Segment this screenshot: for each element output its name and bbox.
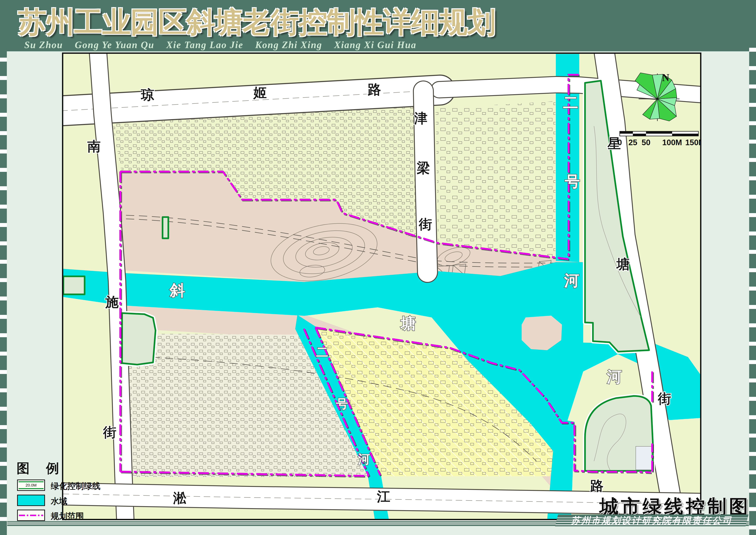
river-label: 斜: [169, 282, 185, 299]
map-canvas: 琼 姬 路 南 施 街 津 梁 街 星 塘 街 淞 江 路 斜 塘 河 二 号: [0, 0, 756, 535]
company-banner: 苏州市规划设计研究院有限责任公司: [555, 515, 748, 526]
road-label: 姬: [253, 85, 267, 100]
road-label: 江: [377, 489, 390, 504]
scale-tick: 100M: [662, 138, 682, 147]
page-subtitle-pinyin: Su Zhou Gong Ye Yuan Qu Xie Tang Lao Jie…: [24, 39, 417, 50]
river-label: 号: [336, 397, 348, 410]
green-zone-west: [122, 313, 155, 365]
river-label: 二: [563, 94, 578, 111]
legend-symbol-boundary: [17, 510, 45, 521]
road-label: 梁: [417, 160, 430, 176]
river-label: 河: [607, 368, 622, 385]
legend-dimension: 20.0M: [26, 483, 37, 488]
facility-parcel: [636, 446, 652, 470]
road-label: 塘: [616, 257, 630, 272]
road-label: 路: [367, 82, 381, 97]
road-label: 琼: [141, 87, 154, 102]
scale-tick: 0: [618, 138, 622, 147]
page-title: 苏州工业园区斜塘老街控制性详细规划: [18, 3, 495, 42]
river-label: 河: [564, 272, 579, 289]
road-label: 街: [658, 391, 671, 406]
legend-title: 图 例: [16, 460, 66, 477]
road-label: 街: [418, 217, 432, 232]
scale-tick: 50: [642, 138, 651, 147]
north-label: N: [662, 72, 669, 83]
housing-northeast-texture: [436, 101, 555, 258]
planning-map-page: 苏州工业园区斜塘老街控制性详细规划 Su Zhou Gong Ye Yuan Q…: [0, 0, 756, 535]
legend-label: 绿化控制绿线: [51, 481, 100, 492]
river-label: 河: [358, 452, 370, 466]
scale-tick: 150M: [685, 138, 705, 147]
road-label: 南: [87, 139, 101, 154]
green-zone-left-edge: [63, 276, 85, 294]
legend-label: 水域: [51, 496, 67, 507]
scale-tick: 25: [629, 138, 637, 147]
legend-label: 规划范围: [51, 511, 84, 522]
film-strip-right: [749, 33, 756, 535]
road-label: 淞: [173, 491, 186, 505]
river-label: 二: [316, 345, 328, 359]
title-band: 苏州工业园区斜塘老街控制性详细规划 Su Zhou Gong Ye Yuan Q…: [0, 0, 756, 51]
river-label: 号: [565, 173, 580, 190]
road-label: 街: [103, 425, 117, 440]
legend-symbol-green-control-line: 20.0M: [17, 480, 45, 491]
road-label: 津: [414, 111, 427, 126]
legend-symbol-water: [17, 495, 45, 506]
film-strip-left: [0, 43, 7, 535]
road-label: 施: [105, 295, 119, 309]
green-zone-small-rect: [163, 217, 168, 238]
river-label: 塘: [400, 315, 416, 332]
road-label: 路: [590, 478, 604, 493]
company-name: 苏州市规划设计研究院有限责任公司: [571, 515, 732, 526]
